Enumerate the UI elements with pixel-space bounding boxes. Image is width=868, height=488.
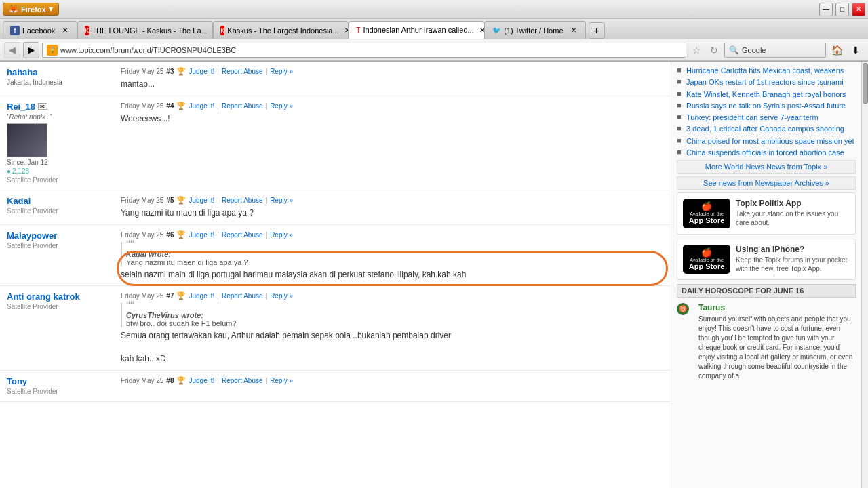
archive-link[interactable]: See news from Newspaper Archives » xyxy=(677,176,856,190)
quote-text: Yang nazmi itu maen di liga apa ya ? xyxy=(126,258,248,266)
news-link[interactable]: Kate Winslet, Kenneth Branagh get royal … xyxy=(686,89,846,99)
judge-link[interactable]: Judge it! xyxy=(189,102,214,110)
news-link[interactable]: China poised for most ambitious space mi… xyxy=(686,136,854,146)
poster-name[interactable]: Kadal xyxy=(7,196,31,206)
forum-main: hahaha Jakarta, Indonesia Friday May 25 … xyxy=(0,62,671,488)
page-content: hahaha Jakarta, Indonesia Friday May 25 … xyxy=(0,62,868,488)
news-link[interactable]: 3 dead, 1 critical after Canada campus s… xyxy=(686,124,844,134)
tab-arthur-close[interactable]: ✕ xyxy=(479,25,485,35)
horoscope-header: DAILY HOROSCOPE FOR JUNE 16 xyxy=(677,284,856,298)
poster-location: Satellite Provider xyxy=(7,207,58,215)
post-item: Kadal Satellite Provider Friday May 25 #… xyxy=(0,190,671,225)
news-link[interactable]: Hurricane Carlotta hits Mexican coast, w… xyxy=(686,66,844,75)
back-button[interactable]: ◀ xyxy=(4,42,20,58)
search-bar[interactable]: 🔍 Google xyxy=(724,43,826,58)
tab-facebook-label: Facebook xyxy=(22,26,55,35)
post-content: Friday May 25 #7 🏆 Judge it! | Report Ab… xyxy=(121,291,664,364)
news-link[interactable]: Russia says no talk on Syria's post-Assa… xyxy=(686,101,846,110)
report-abuse-link[interactable]: Report Abuse xyxy=(222,292,263,300)
app-store-avail: Available on the xyxy=(690,211,724,216)
news-item: ■ 3 dead, 1 critical after Canada campus… xyxy=(677,124,856,134)
sidebar: ■ Hurricane Carlotta hits Mexican coast,… xyxy=(671,62,861,488)
tab-lounge-label: THE LOUNGE - Kaskus - The La... xyxy=(92,26,207,35)
post-author-section: Anti orang katrok Satellite Provider xyxy=(7,291,115,364)
judge-link[interactable]: Judge it! xyxy=(189,231,214,239)
quote-text: btw bro.. doi sudah ke F1 belum? xyxy=(126,319,237,327)
tab-arthur[interactable]: T Indonesian Arthur Irawan called... ✕ xyxy=(349,21,484,39)
poster-name[interactable]: Anti orang katrok xyxy=(7,291,80,302)
post-text: Weeeeews...! xyxy=(121,113,664,125)
report-abuse-link[interactable]: Report Abuse xyxy=(222,231,263,239)
tab-arthur-label: Indonesian Arthur Irawan called... xyxy=(363,26,473,34)
tab-kaskus[interactable]: K Kaskus - The Largest Indonesia... ✕ xyxy=(213,21,349,39)
reply-link[interactable]: Reply » xyxy=(270,102,293,110)
report-abuse-link[interactable]: Report Abuse xyxy=(222,197,263,204)
news-link[interactable]: China suspends officials in forced abort… xyxy=(686,148,844,157)
taurus-symbol: ♉ xyxy=(677,303,689,315)
tab-facebook[interactable]: f Facebook ✕ xyxy=(3,21,77,39)
judge-link[interactable]: Judge it! xyxy=(189,197,214,204)
tab-twitter-label: (1) Twitter / Home xyxy=(504,26,563,35)
poster-name[interactable]: hahaha xyxy=(7,67,38,77)
tab-twitter-close[interactable]: ✕ xyxy=(569,26,578,35)
reply-link[interactable]: Reply » xyxy=(270,68,293,75)
poster-name[interactable]: Rei_18 xyxy=(7,102,35,112)
report-abuse-link[interactable]: Report Abuse xyxy=(222,102,263,110)
download-button[interactable]: ⬇ xyxy=(848,42,864,58)
post-meta: Friday May 25 #4 🏆 Judge it! | Report Ab… xyxy=(121,102,664,110)
address-bar: ◀ ▶ 🔒 www.topix.com/forum/world/TIUCROSN… xyxy=(0,39,868,61)
report-abuse-link[interactable]: Report Abuse xyxy=(222,377,263,384)
more-news-link[interactable]: More World News News from Topix » xyxy=(677,160,856,174)
horoscope-sign-section: ♉ xyxy=(677,303,693,381)
bookmark-star-button[interactable]: ☆ xyxy=(689,43,704,58)
maximize-button[interactable]: □ xyxy=(835,3,849,16)
news-link[interactable]: Turkey: president can serve 7-year term xyxy=(686,113,818,122)
url-bar[interactable]: 🔒 www.topix.com/forum/world/TIUCROSNPU4O… xyxy=(42,43,686,58)
new-tab-button[interactable]: + xyxy=(589,22,605,39)
judge-link[interactable]: Judge it! xyxy=(189,377,214,384)
reply-link[interactable]: Reply » xyxy=(270,377,293,384)
home-button[interactable]: 🏠 xyxy=(829,42,845,58)
mail-icon[interactable]: ✉ xyxy=(38,103,47,110)
firefox-menu-button[interactable]: 🦊 Firefox ▾ xyxy=(3,3,59,16)
horoscope-body: Taurus Surround yourself with objects an… xyxy=(698,303,856,381)
post-date: Friday May 25 xyxy=(121,197,163,204)
poster-name[interactable]: Tony xyxy=(7,376,27,386)
app-desc-2: Keep the Topix forums in your pocket wit… xyxy=(736,256,850,273)
refresh-button[interactable]: ↻ xyxy=(707,43,722,58)
judge-link[interactable]: Judge it! xyxy=(189,292,214,300)
app-store-badge[interactable]: 🍎 Available on the App Store xyxy=(683,199,730,228)
post-content: Friday May 25 #8 🏆 Judge it! | Report Ab… xyxy=(121,376,664,396)
search-input[interactable]: Google xyxy=(742,46,766,54)
tab-lounge[interactable]: K THE LOUNGE - Kaskus - The La... ✕ xyxy=(77,21,213,39)
tab-twitter[interactable]: 🐦 (1) Twitter / Home ✕ xyxy=(484,21,585,39)
avatar xyxy=(7,123,47,157)
post-item-highlighted: Malaypower Satellite Provider Friday May… xyxy=(0,225,671,287)
post-date: Friday May 25 xyxy=(121,68,163,75)
poster-location: Satellite Provider xyxy=(7,303,58,310)
tab-kaskus-close[interactable]: ✕ xyxy=(344,26,349,35)
poster-name[interactable]: Malaypower xyxy=(7,230,57,241)
url-text: www.topix.com/forum/world/TIUCROSNPU4OLE… xyxy=(60,46,236,54)
kaskus-favicon: K xyxy=(220,26,224,35)
forward-button[interactable]: ▶ xyxy=(23,42,39,58)
scrollbar-track[interactable] xyxy=(861,62,868,488)
news-link[interactable]: Japan OKs restart of 1st reactors since … xyxy=(686,77,844,87)
post-author-section: hahaha Jakarta, Indonesia xyxy=(7,67,115,90)
trophy-icon: 🏆 xyxy=(176,102,186,110)
poster-location: Satellite Provider xyxy=(7,242,58,249)
minimize-button[interactable]: — xyxy=(819,3,833,16)
close-button[interactable]: ✕ xyxy=(852,3,865,16)
reply-link[interactable]: Reply » xyxy=(270,292,293,300)
politix-app-info: Topix Politix App Take your stand on the… xyxy=(736,199,850,227)
report-abuse-link[interactable]: Report Abuse xyxy=(222,68,263,75)
scrollbar-thumb[interactable] xyxy=(863,63,868,104)
horoscope-sign: ♉ xyxy=(677,303,693,315)
app-store-badge-2[interactable]: 🍎 Available on the App Store xyxy=(683,245,730,274)
judge-link[interactable]: Judge it! xyxy=(189,68,214,75)
tab-facebook-close[interactable]: ✕ xyxy=(60,26,70,35)
post-item: Rei_18 ✉ "Rehat nopix.." Since: Jan 12 ●… xyxy=(0,96,671,190)
post-number: #5 xyxy=(166,197,174,204)
reply-link[interactable]: Reply » xyxy=(270,231,293,239)
reply-link[interactable]: Reply » xyxy=(270,197,293,204)
